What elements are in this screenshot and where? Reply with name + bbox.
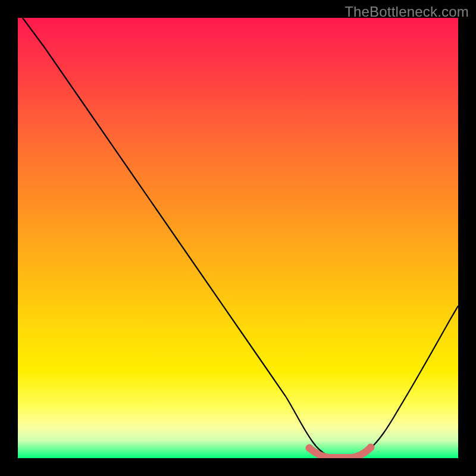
chart-wrapper: TheBottleneck.com <box>0 0 476 476</box>
curve-svg <box>18 18 458 458</box>
plot-area <box>18 18 458 458</box>
highlight-dot-right <box>367 444 375 452</box>
main-curve <box>23 18 458 458</box>
